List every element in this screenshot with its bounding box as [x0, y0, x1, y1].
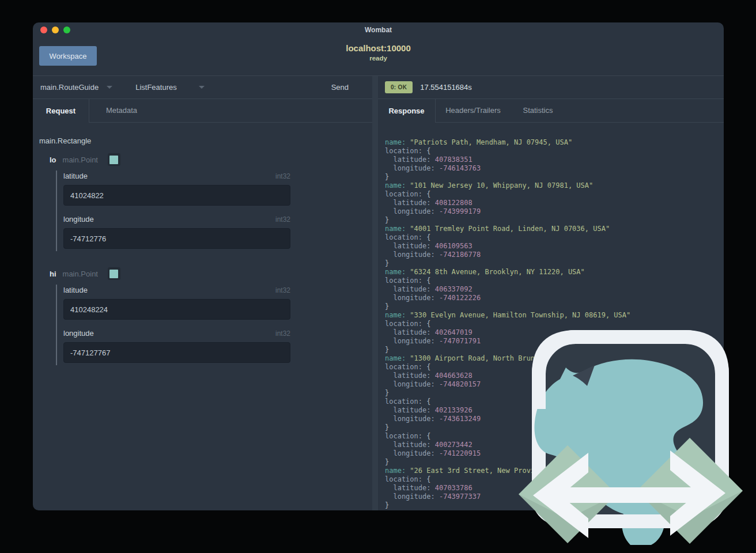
- group-fields: latitude int32 longitude int32: [56, 171, 366, 251]
- field-type-label: int32: [275, 172, 290, 180]
- group-name-label: hi: [50, 270, 56, 278]
- tab-response[interactable]: Response: [378, 99, 436, 123]
- response-line: location: {: [385, 320, 724, 328]
- chevron-down-icon: [199, 86, 205, 89]
- group-type-label: main.Point: [63, 156, 98, 164]
- field-type-label: int32: [275, 329, 290, 338]
- response-line: location: {: [385, 190, 724, 199]
- response-line: latitude: 406337092: [385, 285, 724, 294]
- panel-divider: [372, 76, 378, 99]
- toolbar: main.RouteGuide ListFeatures Send 0: OK …: [33, 75, 724, 99]
- server-block: localhost:10000 ready: [33, 43, 724, 62]
- latitude-input[interactable]: [63, 299, 290, 320]
- response-line: location: {: [385, 233, 724, 242]
- response-line: name: "330 Evelyn Avenue, Hamilton Towns…: [385, 311, 724, 320]
- method-select[interactable]: ListFeatures: [135, 83, 205, 92]
- title-bar: Wombat: [33, 22, 724, 38]
- tab-request[interactable]: Request: [33, 99, 89, 123]
- main-split: Request Metadata main.Rectangle lo main.…: [33, 99, 724, 510]
- wombat-app-window: Wombat Workspace localhost:10000 ready m…: [33, 22, 724, 510]
- checkbox-checked-icon: [109, 156, 118, 164]
- response-line: location: {: [385, 397, 724, 406]
- header: Workspace localhost:10000 ready: [33, 38, 724, 75]
- response-line: latitude: 407033786: [385, 484, 724, 493]
- field-group-lo: lo main.Point latitude int32: [39, 153, 366, 251]
- field-type-label: int32: [275, 286, 290, 294]
- field-group-hi: hi main.Point latitude int32: [39, 267, 366, 365]
- request-form: main.Rectangle lo main.Point latitude: [33, 123, 372, 365]
- response-line: longitude: -743613249: [385, 415, 724, 423]
- response-line: location: {: [385, 147, 724, 156]
- response-line: location: {: [385, 475, 724, 484]
- response-line: latitude: 408122808: [385, 199, 724, 207]
- service-select[interactable]: main.RouteGuide: [40, 83, 112, 92]
- service-select-value: main.RouteGuide: [40, 83, 99, 92]
- response-line: }: [385, 501, 724, 510]
- response-line: location: {: [385, 432, 724, 441]
- tab-statistics[interactable]: Statistics: [511, 99, 565, 123]
- response-line: latitude: 402647019: [385, 328, 724, 337]
- response-output[interactable]: name: "Patriots Path, Mendham, NJ 07945,…: [378, 123, 724, 510]
- response-line: latitude: 406109563: [385, 242, 724, 251]
- response-line: longitude: -746143763: [385, 164, 724, 173]
- field-longitude: longitude int32: [63, 329, 366, 363]
- method-select-value: ListFeatures: [135, 83, 177, 92]
- response-line: name: "101 New Jersey 10, Whippany, NJ 0…: [385, 181, 724, 190]
- response-line: longitude: -747071791: [385, 337, 724, 346]
- longitude-input[interactable]: [63, 228, 290, 249]
- tabbar-filler: [565, 99, 724, 123]
- window-title: Wombat: [33, 26, 724, 34]
- toolbar-request-side: main.RouteGuide ListFeatures Send: [33, 76, 372, 99]
- response-line: name: "26 East 3rd Street, New Providenc…: [385, 467, 724, 475]
- field-type-label: int32: [275, 215, 290, 224]
- response-panel: Response Headers/Trailers Statistics nam…: [378, 99, 724, 510]
- response-line: }: [385, 458, 724, 467]
- group-header: hi main.Point: [50, 267, 366, 280]
- response-line: location: {: [385, 276, 724, 285]
- field-longitude: longitude int32: [63, 215, 366, 249]
- response-line: }: [385, 346, 724, 354]
- response-line: longitude: -740122226: [385, 294, 724, 302]
- tab-headers-trailers[interactable]: Headers/Trailers: [436, 99, 511, 123]
- response-line: longitude: -744820157: [385, 380, 724, 389]
- response-line: location: {: [385, 363, 724, 372]
- chevron-down-icon: [107, 86, 112, 89]
- response-line: longitude: -743977337: [385, 493, 724, 501]
- checkbox-checked-icon: [109, 270, 118, 278]
- response-line: latitude: 407838351: [385, 156, 724, 164]
- response-line: }: [385, 423, 724, 432]
- server-status: ready: [33, 54, 724, 62]
- panel-divider: [372, 99, 378, 510]
- grpc-status-badge: 0: OK: [385, 81, 413, 93]
- response-line: longitude: -741220915: [385, 449, 724, 458]
- tabbar-filler: [154, 99, 372, 123]
- request-panel: Request Metadata main.Rectangle lo main.…: [33, 99, 372, 510]
- response-line: name: "4001 Tremley Point Road, Linden, …: [385, 225, 724, 233]
- response-line: }: [385, 302, 724, 311]
- response-line: name: "6324 8th Avenue, Brooklyn, NY 112…: [385, 268, 724, 276]
- response-line: }: [385, 173, 724, 181]
- send-button[interactable]: Send: [328, 82, 352, 92]
- latitude-input[interactable]: [63, 185, 290, 206]
- message-type-label: main.Rectangle: [39, 137, 366, 145]
- response-line: }: [385, 216, 724, 225]
- toolbar-response-side: 0: OK 17.554151684s: [378, 76, 724, 99]
- response-line: latitude: 400273442: [385, 441, 724, 449]
- group-enabled-checkbox[interactable]: [108, 153, 120, 166]
- response-line: }: [385, 389, 724, 397]
- response-line: latitude: 404663628: [385, 372, 724, 380]
- field-label: longitude: [63, 329, 94, 338]
- response-line: name: "1300 Airport Road, North Brunswic…: [385, 354, 724, 363]
- call-duration: 17.554151684s: [420, 83, 472, 92]
- group-enabled-checkbox[interactable]: [108, 267, 120, 280]
- request-tabbar: Request Metadata: [33, 99, 372, 123]
- tab-metadata[interactable]: Metadata: [89, 99, 154, 123]
- group-header: lo main.Point: [50, 153, 366, 166]
- screenshot-stage: Wombat Workspace localhost:10000 ready m…: [0, 0, 756, 553]
- response-tabbar: Response Headers/Trailers Statistics: [378, 99, 724, 123]
- longitude-input[interactable]: [63, 342, 290, 363]
- field-label: latitude: [63, 172, 88, 180]
- group-name-label: lo: [50, 156, 56, 164]
- group-type-label: main.Point: [63, 270, 98, 278]
- field-label: longitude: [63, 215, 94, 224]
